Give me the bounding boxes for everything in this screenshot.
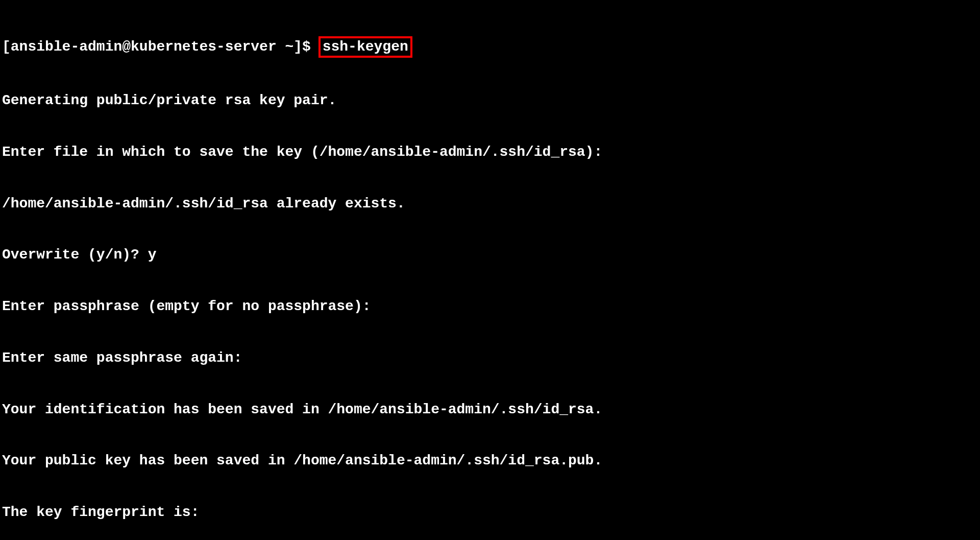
command-text: ssh-keygen [323, 39, 408, 55]
shell-prompt: [ansible-admin@kubernetes-server ~]$ [2, 38, 320, 56]
output-line: Generating public/private rsa key pair. [2, 92, 978, 109]
output-line: Overwrite (y/n)? y [2, 246, 978, 264]
output-line: Your identification has been saved in /h… [2, 401, 978, 418]
output-line: Enter passphrase (empty for no passphras… [2, 298, 978, 315]
terminal-output[interactable]: [ansible-admin@kubernetes-server ~]$ ssh… [2, 2, 978, 540]
command-highlight: ssh-keygen [318, 36, 412, 58]
output-line: Enter same passphrase again: [2, 349, 978, 367]
output-line: The key fingerprint is: [2, 504, 978, 521]
output-line: Your public key has been saved in /home/… [2, 452, 978, 469]
output-line: Enter file in which to save the key (/ho… [2, 144, 978, 161]
output-line: /home/ansible-admin/.ssh/id_rsa already … [2, 195, 978, 213]
command-line: [ansible-admin@kubernetes-server ~]$ ssh… [2, 36, 978, 58]
